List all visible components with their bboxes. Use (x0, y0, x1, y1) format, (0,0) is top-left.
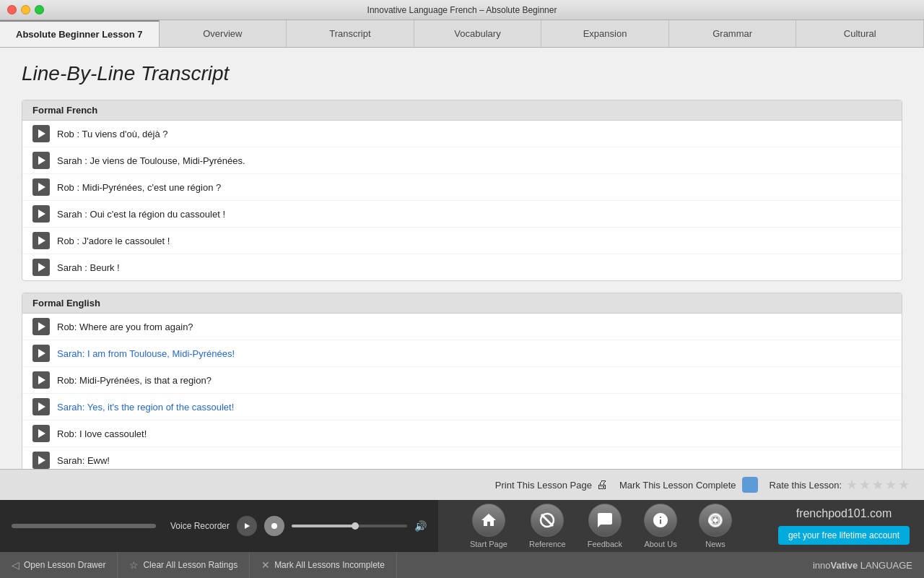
nav-icons: Start Page Reference Feedback (438, 500, 764, 552)
app-logo: innoVative LANGUAGE (801, 560, 924, 571)
voice-recorder-play-button[interactable] (237, 516, 257, 536)
svg-rect-12 (746, 480, 754, 489)
voice-recorder-record-button[interactable] (264, 516, 284, 536)
minimize-button[interactable] (21, 5, 30, 14)
nav-reference[interactable]: Reference (529, 504, 566, 548)
voice-recorder-section: Voice Recorder 🔊 (0, 500, 438, 552)
transcript-text: Sarah: Eww! (57, 455, 110, 466)
svg-point-18 (713, 518, 718, 522)
svg-marker-10 (38, 429, 45, 438)
nav-feedback[interactable]: Feedback (588, 504, 622, 548)
english-header: Formal English (22, 293, 902, 314)
news-icon (699, 504, 732, 537)
title-bar: Innovative Language French – Absolute Be… (0, 0, 924, 20)
reference-icon (531, 504, 564, 537)
transcript-text: Rob: Where are you from again? (57, 322, 193, 332)
mark-complete-button[interactable]: Mark This Lesson Complete (619, 477, 758, 493)
tab-transcript[interactable]: Transcript (287, 20, 414, 47)
drawer-icon: ◁ (12, 559, 19, 571)
audio-play-button[interactable] (32, 178, 50, 196)
svg-marker-2 (38, 183, 45, 191)
svg-marker-1 (38, 156, 45, 165)
transcript-line: Rob : Midi-Pyrénées, c'est une région ? (22, 174, 902, 201)
svg-marker-4 (38, 236, 45, 245)
audio-play-button[interactable] (32, 125, 50, 142)
transcript-text: Rob: Midi-Pyrénées, is that a region? (57, 375, 212, 386)
audio-play-button[interactable] (32, 425, 50, 442)
nav-about-us[interactable]: About Us (644, 504, 677, 548)
star-2[interactable]: ★ (859, 477, 871, 493)
audio-play-button[interactable] (32, 398, 50, 415)
brand-section: frenchpod101.com get your free lifetime … (764, 500, 924, 552)
tab-vocabulary[interactable]: Vocabulary (414, 20, 542, 47)
active-tab[interactable]: Absolute Beginner Lesson 7 (0, 20, 160, 47)
app-window: Innovative Language French – Absolute Be… (0, 0, 924, 578)
transcript-line: Sarah: I am from Toulouse, Midi-Pyrénées… (22, 340, 902, 367)
svg-marker-0 (38, 129, 45, 138)
action-bar: ◁ Open Lesson Drawer ☆ Clear All Lesson … (0, 552, 924, 578)
tab-expansion[interactable]: Expansion (541, 20, 669, 47)
main-content: Line-By-Line Transcript Formal French Ro… (0, 48, 924, 469)
transcript-text: Sarah : Je viens de Toulouse, Midi-Pyrén… (57, 155, 245, 166)
transcript-text: Rob : Tu viens d'où, déjà ? (57, 129, 168, 139)
audio-play-button[interactable] (32, 345, 50, 362)
window-controls (7, 5, 44, 14)
progress-fill (292, 525, 355, 527)
french-header: Formal French (22, 100, 902, 121)
star-4[interactable]: ★ (885, 477, 897, 493)
transcript-line: Sarah : Je viens de Toulouse, Midi-Pyrén… (22, 147, 902, 174)
x-icon: ✕ (261, 559, 270, 571)
tab-grammar[interactable]: Grammar (669, 20, 797, 47)
star-5[interactable]: ★ (898, 477, 910, 493)
audio-play-button[interactable] (32, 452, 50, 469)
svg-marker-6 (38, 322, 45, 331)
tabs-row: Absolute Beginner Lesson 7 Overview Tran… (0, 20, 924, 48)
about-us-icon (644, 504, 677, 537)
transcript-text: Rob : J'adore le cassoulet ! (57, 236, 170, 246)
clear-ratings-button[interactable]: ☆ Clear All Lesson Ratings (118, 552, 250, 578)
star-rating[interactable]: ★ ★ ★ ★ ★ (846, 477, 910, 493)
tab-cultural[interactable]: Cultural (796, 20, 924, 47)
voice-recorder-label: Voice Recorder (170, 521, 230, 531)
svg-marker-5 (38, 263, 45, 272)
close-button[interactable] (7, 5, 17, 14)
transcript-line: Sarah : Oui c'est la région du cassoulet… (22, 201, 902, 228)
reference-label: Reference (529, 540, 566, 548)
audio-play-button[interactable] (32, 371, 50, 389)
rate-lesson: Rate this Lesson: ★ ★ ★ ★ ★ (770, 477, 910, 493)
transcript-line: Rob: Midi-Pyrénées, is that a region? (22, 367, 902, 394)
audio-play-button[interactable] (32, 152, 50, 169)
open-drawer-button[interactable]: ◁ Open Lesson Drawer (0, 552, 118, 578)
svg-marker-13 (245, 523, 250, 529)
progress-track (292, 525, 407, 527)
nav-news[interactable]: News (699, 504, 732, 548)
about-us-label: About Us (644, 540, 676, 548)
transcript-line: Rob : J'adore le cassoulet ! (22, 228, 902, 254)
svg-marker-9 (38, 402, 45, 411)
transcript-text: Sarah: Yes, it's the region of the casso… (57, 402, 234, 413)
svg-marker-8 (38, 376, 45, 384)
transcript-line: Rob: Where are you from again? (22, 314, 902, 340)
english-section: Formal English Rob: Where are you from a… (22, 293, 902, 469)
transcript-text: Sarah: I am from Toulouse, Midi-Pyrénées… (57, 348, 235, 359)
transcript-line: Rob: I love cassoulet! (22, 420, 902, 447)
transcript-text: Rob: I love cassoulet! (57, 428, 147, 439)
transcript-line: Rob : Tu viens d'où, déjà ? (22, 121, 902, 147)
audio-play-button[interactable] (32, 232, 50, 249)
mark-incomplete-button[interactable]: ✕ Mark All Lessons Incomplete (250, 552, 397, 578)
nav-start-page[interactable]: Start Page (470, 504, 507, 548)
audio-play-button[interactable] (32, 318, 50, 335)
star-1[interactable]: ★ (846, 477, 858, 493)
maximize-button[interactable] (35, 5, 44, 14)
star-3[interactable]: ★ (872, 477, 884, 493)
voice-recorder-progress (292, 525, 407, 527)
tab-overview[interactable]: Overview (160, 20, 287, 47)
recording-waveform (12, 524, 156, 528)
free-account-button[interactable]: get your free lifetime account (778, 526, 910, 545)
printer-icon: 🖨 (596, 478, 608, 491)
audio-play-button[interactable] (32, 259, 50, 276)
audio-play-button[interactable] (32, 205, 50, 223)
page-title: Line-By-Line Transcript (22, 62, 902, 85)
window-title: Innovative Language French – Absolute Be… (367, 5, 557, 15)
print-button[interactable]: Print This Lesson Page 🖨 (495, 478, 608, 491)
